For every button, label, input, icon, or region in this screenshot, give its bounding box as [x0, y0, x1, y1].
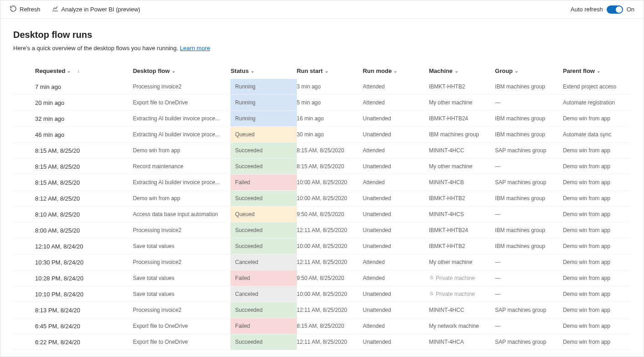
table-row[interactable]: 6:22 PM, 8/24/20Export file to OneDriveS… — [13, 334, 631, 350]
cell-run-start: 12:11 AM, 8/25/2020 — [297, 227, 363, 233]
cell-group: SAP machines group — [495, 339, 563, 345]
auto-refresh-state: On — [627, 6, 634, 13]
table-row[interactable]: 32 min agoExtracting AI builder invoice … — [13, 111, 631, 127]
cell-run-start: 5 min ago — [297, 99, 363, 106]
cell-status: Canceled — [230, 254, 296, 270]
col-header-status[interactable]: Status ⌄ — [230, 67, 296, 74]
cell-group: — — [495, 323, 563, 329]
chevron-down-icon: ⌄ — [250, 68, 254, 73]
table-row[interactable]: 8:00 AM, 8/25/20Processing invoice2Succe… — [13, 222, 631, 238]
cell-group: IBM machines group — [495, 195, 563, 202]
cell-status: Succeeded — [230, 143, 296, 158]
cell-machine: MININT-4HCC — [429, 147, 495, 154]
cell-requested: 8:12 AM, 8/25/20 — [35, 195, 133, 202]
cell-group: — — [495, 259, 563, 265]
cell-machine: IBMKT-HHTB2 — [429, 83, 495, 90]
cell-status: Queued — [230, 207, 296, 222]
cell-status: Succeeded — [230, 191, 296, 206]
col-header-label: Run start — [296, 67, 322, 74]
cell-status: Running — [230, 95, 296, 110]
cell-run-start: 3 min ago — [297, 83, 363, 90]
cell-status: Running — [230, 79, 296, 94]
table-row[interactable]: 6:45 PM, 8/24/20Export file to OneDriveF… — [13, 318, 631, 334]
cell-machine: My other machine — [429, 99, 495, 106]
cell-requested: 8:15 AM, 8/25/20 — [35, 179, 133, 186]
col-header-requested[interactable]: Requested ⌄ ↓ — [35, 67, 133, 74]
cell-requested: 46 min ago — [35, 131, 133, 138]
cell-desktop-flow: Record maintenance — [133, 163, 231, 170]
col-header-machine[interactable]: Machine ⌄ — [429, 67, 495, 74]
table-row[interactable]: 46 min agoExtracting AI builder invoice … — [13, 127, 631, 143]
table-row[interactable]: 8:15 AM, 8/25/20Record maintenanceSuccee… — [13, 159, 631, 175]
table-row[interactable]: 8:12 AM, 8/25/20Demo win from appSucceed… — [13, 191, 631, 207]
cell-machine: My network machine — [429, 323, 495, 329]
cell-parent-flow: Demo win from app — [563, 307, 631, 313]
cell-run-mode: Attended — [363, 147, 429, 154]
refresh-label: Refresh — [20, 6, 41, 13]
cell-run-mode: Unattended — [363, 227, 429, 233]
analyze-powerbi-button[interactable]: Analyze in Power BI (preview) — [51, 5, 140, 14]
table-row[interactable]: 8:15 AM, 8/25/20Extracting AI builder in… — [13, 175, 631, 191]
cell-run-mode: Attended — [363, 323, 429, 329]
cell-status: Succeeded — [230, 222, 296, 238]
cell-desktop-flow: Save total values — [133, 243, 231, 249]
cell-group: — — [495, 163, 563, 170]
table-row[interactable]: 8:15 AM, 8/25/20Demo win from appSucceed… — [13, 143, 631, 159]
chevron-down-icon: ⌄ — [67, 68, 71, 73]
table-row[interactable]: 8:10 AM, 8/25/20Access data base input a… — [13, 207, 631, 222]
cell-desktop-flow: Save total values — [133, 275, 231, 281]
cell-status: Failed — [230, 270, 296, 286]
cell-desktop-flow: Extracting AI builder invoice proce... — [133, 131, 231, 138]
table-row[interactable]: 10:30 PM, 8/24/20Processing invoice2Canc… — [13, 254, 631, 270]
table-row[interactable]: 10:28 PM, 8/24/20Save total valuesFailed… — [13, 270, 631, 286]
table-row[interactable]: 10:10 PM, 8/24/20Save total valuesCancel… — [13, 286, 631, 302]
cell-status: Succeeded — [230, 334, 296, 350]
col-header-group[interactable]: Group ⌄ — [495, 67, 563, 74]
cell-status: Failed — [230, 175, 296, 190]
col-header-label: Group — [495, 67, 513, 74]
cell-desktop-flow: Export file to OneDrive — [133, 323, 231, 329]
cell-parent-flow: Demo win from app — [563, 243, 631, 249]
cell-run-mode: Attended — [363, 83, 429, 90]
cell-machine: MININT-4HCA — [429, 339, 495, 345]
cell-requested: 10:28 PM, 8/24/20 — [35, 275, 133, 282]
table-row[interactable]: 7 min agoProcessing invoice2Running3 min… — [13, 79, 631, 95]
col-header-parent-flow[interactable]: Parent flow ⌄ — [563, 67, 631, 74]
cell-machine: Private machine — [429, 291, 495, 297]
table-row[interactable]: 12:10 AM, 8/24/20Save total valuesSuccee… — [13, 238, 631, 254]
cell-parent-flow: Automate data sync — [563, 131, 631, 138]
svg-rect-0 — [430, 277, 433, 279]
col-header-run-start[interactable]: Run start ⌄ — [296, 67, 363, 74]
cell-parent-flow: Demo win from app — [563, 227, 631, 233]
table-row[interactable]: 20 min agoExport file to OneDriveRunning… — [13, 95, 631, 111]
cell-machine: Private machine — [429, 275, 495, 281]
cell-desktop-flow: Export file to OneDrive — [133, 339, 231, 345]
cell-machine: IBMKT-HHTB2 — [429, 243, 495, 249]
auto-refresh-control: Auto refresh On — [571, 5, 634, 14]
refresh-button[interactable]: Refresh — [10, 5, 41, 14]
cell-requested: 32 min ago — [35, 115, 133, 122]
runs-table: Requested ⌄ ↓ Desktop flow ⌄ Status ⌄ Ru… — [13, 62, 631, 350]
auto-refresh-toggle[interactable] — [607, 5, 623, 14]
cell-run-start: 10:00 AM, 8/25/2020 — [297, 195, 363, 202]
cell-group: IBM machines group — [495, 83, 563, 90]
chart-icon — [51, 5, 59, 14]
cell-run-start: 30 min ago — [297, 131, 363, 138]
cell-status: Queued — [230, 127, 296, 142]
auto-refresh-label: Auto refresh — [571, 6, 603, 13]
col-header-run-mode[interactable]: Run mode ⌄ — [363, 67, 429, 74]
col-header-label: Parent flow — [563, 67, 595, 74]
cell-parent-flow: Demo win from app — [563, 195, 631, 202]
cell-run-mode: Unattended — [363, 339, 429, 345]
chevron-down-icon: ⌄ — [515, 68, 518, 73]
cell-machine: My other machine — [429, 163, 495, 170]
cell-parent-flow: Demo win from app — [563, 163, 631, 170]
cell-desktop-flow: Demo win from app — [133, 195, 231, 202]
cell-desktop-flow: Extracting AI builder invoice proce... — [133, 115, 231, 122]
cell-run-start: 8:15 AM, 8/25/2020 — [297, 147, 363, 154]
learn-more-link[interactable]: Learn more — [180, 45, 210, 52]
cell-run-start: 16 min ago — [297, 115, 363, 122]
cell-parent-flow: Demo win from app — [563, 259, 631, 265]
col-header-desktop-flow[interactable]: Desktop flow ⌄ — [133, 67, 231, 74]
table-row[interactable]: 8:13 PM, 8/24/20Processing invoice2Succe… — [13, 302, 631, 318]
